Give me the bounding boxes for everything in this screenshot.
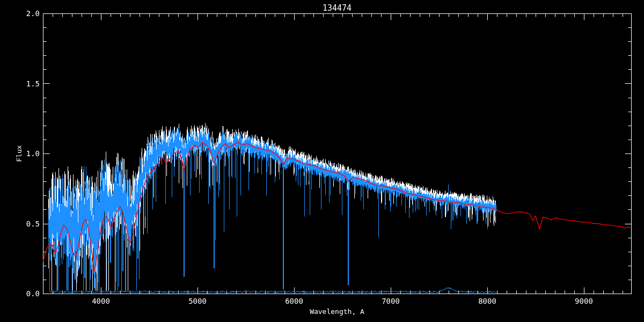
plot-canvas	[0, 0, 644, 322]
spectrum-figure: 134474 Wavelength, A Flux	[0, 0, 644, 322]
